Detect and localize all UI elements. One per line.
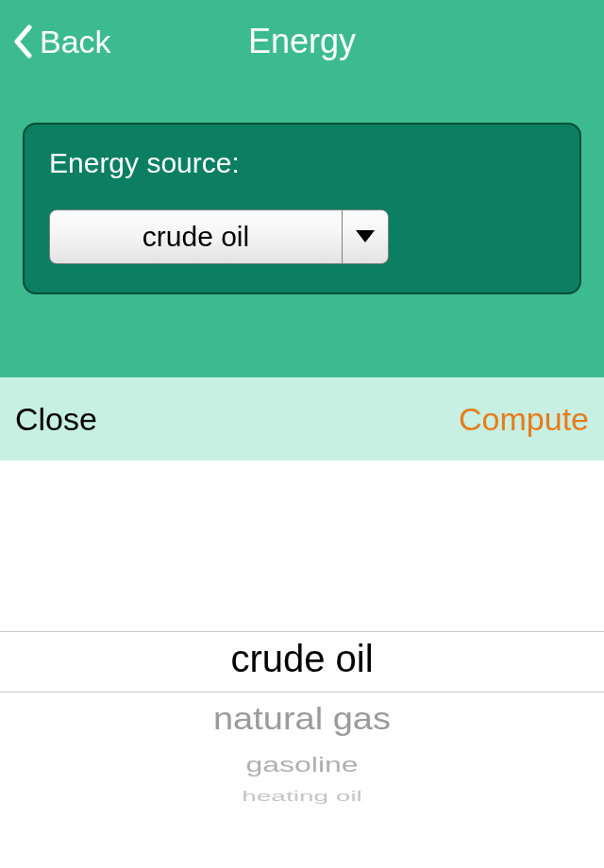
close-button[interactable]: Close <box>15 401 97 438</box>
svg-marker-0 <box>356 230 375 242</box>
top-section: Back Energy Energy source: crude oil <box>0 0 604 377</box>
picker-item[interactable]: heating oil <box>0 789 604 804</box>
picker-item[interactable]: natural gas <box>0 702 604 737</box>
back-button[interactable]: Back <box>0 24 111 60</box>
picker-item[interactable]: gasoline <box>0 753 604 777</box>
back-label: Back <box>40 24 111 60</box>
chevron-down-icon <box>343 210 388 263</box>
chevron-left-icon <box>13 25 32 58</box>
picker-wheel[interactable]: crude oil natural gas gasoline heating o… <box>0 460 604 868</box>
picker-selection-line-bottom <box>0 692 604 693</box>
energy-source-dropdown[interactable]: crude oil <box>49 209 389 264</box>
dropdown-selected-value: crude oil <box>50 210 343 263</box>
picker-selection-line-top <box>0 631 604 632</box>
nav-bar: Back Energy <box>0 0 604 83</box>
energy-source-card: Energy source: crude oil <box>23 123 581 294</box>
energy-source-label: Energy source: <box>49 147 555 179</box>
compute-button[interactable]: Compute <box>459 401 589 438</box>
picker-item-selected[interactable]: crude oil <box>0 638 604 680</box>
action-bar: Close Compute <box>0 377 604 460</box>
